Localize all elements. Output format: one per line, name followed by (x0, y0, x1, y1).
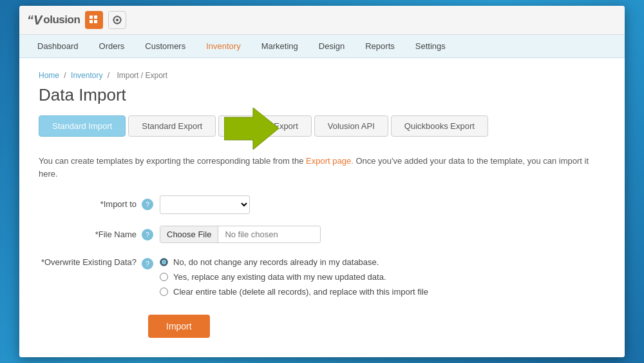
file-name-row: *File Name ? Choose File No file chosen (39, 226, 605, 243)
desc-text1: You can create templates by exporting th… (39, 156, 306, 166)
import-to-label: *Import to (39, 195, 142, 209)
nav-bar: Dashboard Orders Customers Inventory Mar… (19, 35, 625, 58)
tab-standard-export[interactable]: Standard Export (128, 115, 216, 137)
page-title: Data Import (39, 85, 605, 105)
import-to-help[interactable]: ? (142, 199, 153, 210)
svg-point-10 (114, 17, 115, 18)
logo-text: olusion (43, 14, 80, 26)
arrow-icon (224, 108, 279, 152)
radio-yes-label: Yes, replace any existing data with my n… (173, 272, 386, 282)
tab-standard-import[interactable]: Standard Import (39, 115, 126, 137)
svg-point-7 (117, 23, 118, 25)
breadcrumb-sep1: / (64, 71, 66, 80)
file-input-area: Choose File No file chosen (160, 226, 321, 243)
radio-no-label: No, do not change any records already in… (173, 257, 379, 267)
svg-point-8 (113, 19, 115, 21)
svg-point-9 (120, 19, 122, 21)
radio-clear-label: Clear entire table (delete all records),… (173, 287, 428, 297)
radio-group: No, do not change any records already in… (160, 255, 605, 297)
top-bar: “V olusion (19, 6, 625, 35)
breadcrumb-inventory[interactable]: Inventory (71, 71, 102, 80)
import-button[interactable]: Import (148, 315, 210, 338)
export-page-link[interactable]: Export page. (306, 156, 354, 166)
svg-point-6 (117, 15, 118, 17)
svg-point-12 (119, 17, 120, 18)
file-name-label: *File Name (39, 226, 142, 239)
overwrite-label: *Overwrite Existing Data? (39, 255, 142, 267)
breadcrumb-sep2: / (108, 71, 109, 80)
svg-point-4 (116, 19, 118, 21)
radio-clear[interactable] (160, 288, 168, 296)
file-name-display: No file chosen (218, 226, 284, 242)
overwrite-row: *Overwrite Existing Data? ? No, do not c… (39, 255, 605, 297)
nav-inventory[interactable]: Inventory (196, 35, 251, 57)
nav-orders[interactable]: Orders (89, 35, 135, 57)
overwrite-control: No, do not change any records already in… (160, 255, 605, 297)
nav-dashboard[interactable]: Dashboard (27, 35, 89, 57)
main-window: “V olusion Dashboard Orders Customers (19, 6, 625, 357)
breadcrumb-current: Import / Export (117, 71, 167, 80)
logo-v: “V (27, 13, 42, 28)
content-area: Home / Inventory / Import / Export Data … (19, 58, 625, 357)
svg-rect-1 (94, 15, 97, 19)
svg-marker-14 (224, 108, 279, 150)
breadcrumb: Home / Inventory / Import / Export (39, 71, 605, 80)
choose-file-button[interactable]: Choose File (160, 226, 218, 242)
file-name-control: Choose File No file chosen (160, 226, 605, 243)
nav-customers[interactable]: Customers (135, 35, 196, 57)
overwrite-help[interactable]: ? (142, 258, 153, 270)
nav-design[interactable]: Design (308, 35, 355, 57)
radio-option-2[interactable]: Yes, replace any existing data with my n… (160, 272, 605, 282)
radio-no[interactable] (160, 258, 168, 266)
file-name-help[interactable]: ? (142, 229, 153, 240)
radio-option-1[interactable]: No, do not change any records already in… (160, 257, 605, 267)
tab-quickbooks-export[interactable]: Quickbooks Export (391, 115, 488, 137)
svg-rect-0 (90, 15, 93, 19)
svg-point-13 (114, 22, 115, 23)
icon-btn-cog[interactable] (108, 11, 126, 29)
tab-volusion-api[interactable]: Volusion API (314, 115, 388, 137)
svg-rect-3 (94, 20, 97, 23)
radio-yes[interactable] (160, 273, 168, 281)
icon-btn-grid[interactable] (85, 11, 103, 29)
import-btn-row: Import (39, 308, 605, 338)
svg-point-11 (119, 22, 120, 23)
radio-option-3[interactable]: Clear entire table (delete all records),… (160, 287, 605, 297)
nav-marketing[interactable]: Marketing (251, 35, 308, 57)
import-to-control (160, 195, 605, 214)
nav-reports[interactable]: Reports (355, 35, 405, 57)
nav-settings[interactable]: Settings (405, 35, 456, 57)
import-to-row: *Import to ? (39, 195, 605, 214)
svg-rect-2 (90, 20, 93, 23)
description-text: You can create templates by exporting th… (39, 155, 605, 180)
breadcrumb-home[interactable]: Home (39, 71, 59, 80)
import-to-select[interactable] (160, 195, 250, 214)
tabs-container: Standard Import Standard Export Schedule… (39, 115, 605, 137)
logo: “V olusion (27, 13, 80, 28)
